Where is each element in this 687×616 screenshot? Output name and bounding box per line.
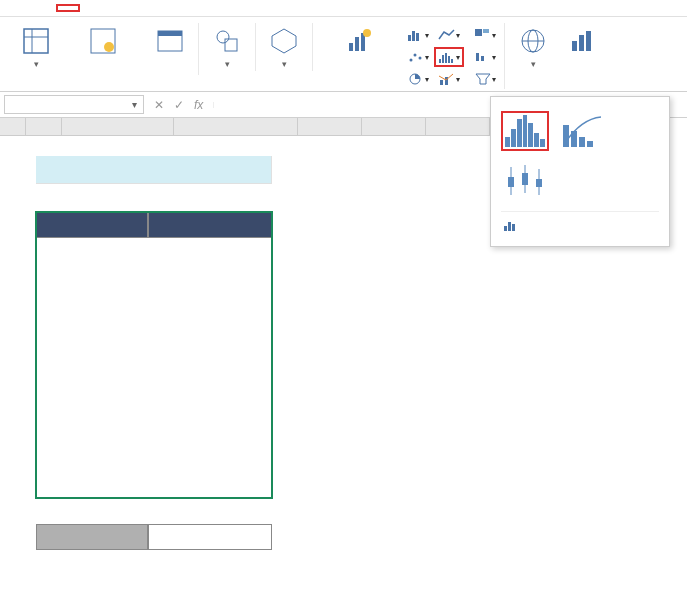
illustrations-button[interactable]: ▾: [203, 23, 251, 71]
pivot-table-icon: [20, 25, 52, 57]
svg-rect-31: [481, 56, 484, 61]
pivot-chart-button[interactable]: [559, 23, 607, 61]
svg-rect-24: [451, 59, 453, 63]
svg-rect-8: [225, 39, 237, 51]
svg-rect-0: [24, 29, 48, 53]
ribbon-group-maps: ▾: [505, 23, 611, 71]
svg-rect-36: [572, 41, 577, 51]
ribbon-group-tables: ▾: [8, 23, 199, 75]
svg-rect-11: [355, 37, 359, 51]
ribbon: ▾ ▾ ▾: [0, 17, 687, 92]
addins-button[interactable]: ▾: [260, 23, 308, 71]
svg-rect-28: [475, 29, 482, 36]
svg-rect-44: [508, 177, 514, 187]
svg-point-18: [414, 54, 417, 57]
table-button[interactable]: [146, 23, 194, 61]
pareto-chart-option[interactable]: [559, 111, 607, 151]
svg-rect-48: [536, 179, 542, 187]
line-chart-button[interactable]: ▾: [434, 25, 464, 45]
svg-point-13: [363, 29, 371, 37]
scatter-chart-button[interactable]: ▾: [403, 47, 433, 67]
histogram-chart-option[interactable]: [501, 111, 549, 151]
svg-rect-15: [412, 31, 415, 41]
col-header-E[interactable]: [362, 118, 426, 136]
svg-rect-38: [586, 31, 591, 51]
menu-page-layout[interactable]: [128, 4, 152, 12]
menu-formulas[interactable]: [80, 4, 104, 12]
header-month[interactable]: [36, 212, 148, 238]
svg-marker-9: [272, 29, 296, 53]
addins-icon: [268, 25, 300, 57]
selection-outline: [35, 211, 273, 499]
maps-button[interactable]: ▾: [509, 23, 557, 71]
bin-range-value[interactable]: [148, 524, 272, 550]
menu-help[interactable]: [224, 4, 248, 12]
waterfall-chart-button[interactable]: ▾: [470, 47, 500, 67]
recommended-pivot-tables-icon: [87, 25, 119, 57]
menu-view[interactable]: [176, 4, 200, 12]
svg-rect-51: [512, 224, 515, 231]
recommended-charts-icon: [343, 25, 375, 57]
svg-rect-39: [563, 125, 569, 147]
svg-rect-50: [508, 222, 511, 231]
funnel-chart-button[interactable]: ▾: [470, 69, 500, 89]
bar-chart-icon: [503, 218, 519, 232]
menu-data[interactable]: [104, 4, 128, 12]
globe-icon: [517, 25, 549, 57]
svg-rect-46: [522, 173, 528, 185]
svg-point-4: [104, 42, 114, 52]
svg-rect-26: [440, 80, 443, 85]
col-header-F[interactable]: [426, 118, 490, 136]
svg-rect-37: [579, 35, 584, 51]
cancel-icon[interactable]: ✕: [150, 98, 168, 112]
confirm-icon[interactable]: ✓: [170, 98, 188, 112]
menu-power-pivot[interactable]: [248, 4, 272, 12]
menu-file[interactable]: [8, 4, 32, 12]
menu-review[interactable]: [152, 4, 176, 12]
combo-chart-button[interactable]: ▾: [434, 69, 464, 89]
menu-home[interactable]: [32, 4, 56, 12]
column-chart-button[interactable]: ▾: [403, 25, 433, 45]
ribbon-group-charts: ▾ ▾ ▾ ▾ ▾ ▾ ▾ ▾ ▾: [313, 23, 505, 89]
header-profit[interactable]: [148, 212, 272, 238]
col-header-B[interactable]: [62, 118, 174, 136]
menu-insert[interactable]: [56, 4, 80, 12]
svg-rect-49: [504, 226, 507, 231]
ribbon-group-illustrations: ▾: [199, 23, 256, 71]
shapes-icon: [211, 25, 243, 57]
svg-rect-22: [445, 53, 447, 63]
select-all-corner[interactable]: [0, 118, 26, 136]
fx-icon[interactable]: fx: [190, 98, 207, 112]
bin-range-label[interactable]: [36, 524, 148, 550]
col-header-C[interactable]: [174, 118, 298, 136]
svg-rect-23: [448, 56, 450, 63]
svg-point-7: [217, 31, 229, 43]
pie-chart-button[interactable]: ▾: [403, 69, 433, 89]
svg-rect-29: [483, 29, 489, 33]
pivot-chart-icon: [567, 25, 599, 57]
hierarchy-chart-button[interactable]: ▾: [470, 25, 500, 45]
recommended-charts-button[interactable]: [317, 23, 401, 61]
svg-rect-6: [158, 31, 182, 36]
box-whisker-chart-option[interactable]: [501, 161, 549, 201]
col-header-D[interactable]: [298, 118, 362, 136]
recommended-pivot-tables-button[interactable]: [62, 23, 144, 61]
pivot-table-button[interactable]: ▾: [12, 23, 60, 71]
statistic-chart-button[interactable]: ▾: [434, 47, 464, 67]
menu-bar: [0, 0, 687, 17]
name-box-dropdown-icon[interactable]: ▾: [132, 99, 137, 110]
table-icon: [154, 25, 186, 57]
svg-rect-20: [439, 59, 441, 63]
col-header-A[interactable]: [26, 118, 62, 136]
menu-developer[interactable]: [200, 4, 224, 12]
svg-marker-32: [476, 74, 490, 84]
more-statistical-charts-link[interactable]: [501, 211, 659, 238]
name-box[interactable]: ▾: [4, 95, 144, 114]
svg-point-17: [410, 59, 413, 62]
svg-rect-21: [442, 55, 444, 63]
title-cell[interactable]: [36, 156, 272, 184]
statistic-chart-dropdown: [490, 96, 670, 247]
svg-rect-42: [587, 141, 593, 147]
svg-rect-30: [476, 53, 479, 61]
svg-rect-14: [408, 35, 411, 41]
